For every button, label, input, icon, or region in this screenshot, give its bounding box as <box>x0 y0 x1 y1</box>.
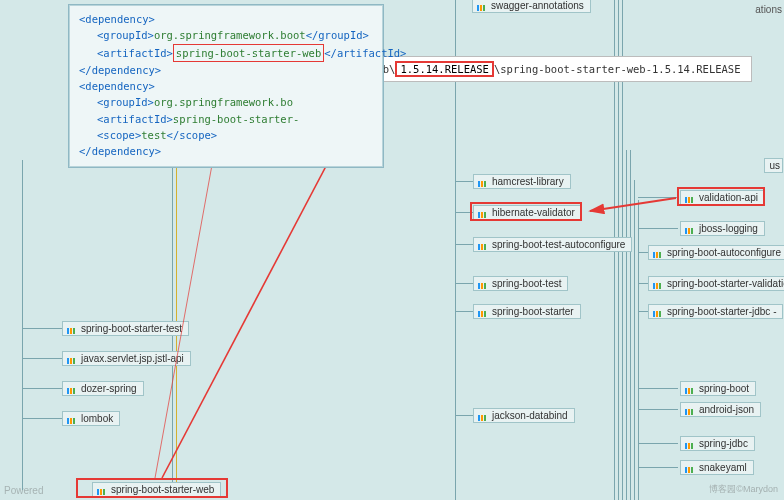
node-hibernate-validator[interactable]: hibernate-validator <box>473 205 582 220</box>
library-icon <box>478 411 488 421</box>
library-icon <box>685 405 695 415</box>
tree-line <box>455 415 473 416</box>
watermark: Powered <box>4 485 43 496</box>
node-lombok[interactable]: lombok <box>62 411 120 426</box>
xml-tag: </artifactId> <box>324 47 406 59</box>
xml-value: org.springframework.bo <box>154 96 293 108</box>
library-icon <box>685 439 695 449</box>
tree-line <box>455 283 473 284</box>
dependency-diagram: swagger-annotations ations <dependency> … <box>0 0 784 500</box>
node-label: spring-boot <box>699 383 749 394</box>
tree-line <box>638 467 678 468</box>
library-icon <box>67 384 77 394</box>
library-icon <box>685 193 695 203</box>
node-sb-starter[interactable]: spring-boot-starter <box>473 304 581 319</box>
library-icon <box>477 1 487 11</box>
node-sb-starter-validatio[interactable]: spring-boot-starter-validatio <box>648 276 784 291</box>
tree-line <box>638 443 678 444</box>
node-label: spring-boot-starter-jdbc - <box>667 306 776 317</box>
xml-tag: <dependency> <box>79 13 155 25</box>
xml-tag: </dependency> <box>79 64 161 76</box>
library-icon <box>685 384 695 394</box>
svg-line-2 <box>590 198 676 211</box>
node-label: javax.servlet.jsp.jstl-api <box>81 353 184 364</box>
node-dozer-spring[interactable]: dozer-spring <box>62 381 144 396</box>
tree-line <box>172 150 173 490</box>
node-validation-api[interactable]: validation-api <box>680 190 765 205</box>
node-label: us <box>769 160 780 171</box>
node-android-json[interactable]: android-json <box>680 402 761 417</box>
node-jackson-databind[interactable]: jackson-databind <box>473 408 575 423</box>
node-label: hibernate-validator <box>492 207 575 218</box>
library-icon <box>653 279 663 289</box>
xml-tag: <artifactId> <box>97 113 173 125</box>
node-partial-us[interactable]: us <box>764 158 783 173</box>
library-icon <box>653 248 663 258</box>
tree-line <box>638 197 678 198</box>
xml-tag: <groupId> <box>97 29 154 41</box>
node-label: jackson-databind <box>492 410 568 421</box>
node-label: spring-boot-starter-web <box>111 484 214 495</box>
node-label: spring-jdbc <box>699 438 748 449</box>
node-label: spring-boot-starter-test <box>81 323 182 334</box>
node-label: swagger-annotations <box>491 0 584 11</box>
library-icon <box>478 279 488 289</box>
library-icon <box>478 177 488 187</box>
node-label: spring-boot-test-autoconfigure <box>492 239 625 250</box>
node-label: spring-boot-starter <box>492 306 574 317</box>
xml-tag: </groupId> <box>306 29 369 41</box>
xml-value: org.springframework.boot <box>154 29 306 41</box>
tree-line <box>455 212 473 213</box>
node-hamcrest-library[interactable]: hamcrest-library <box>473 174 571 189</box>
node-spring-jdbc[interactable]: spring-jdbc <box>680 436 755 451</box>
xml-tag: <groupId> <box>97 96 154 108</box>
xml-tag: </dependency> <box>79 145 161 157</box>
highlighted-artifact: spring-boot-starter-web <box>173 44 324 62</box>
node-spring-boot[interactable]: spring-boot <box>680 381 756 396</box>
truncated-node: ations <box>755 4 782 15</box>
node-jstl-api[interactable]: javax.servlet.jsp.jstl-api <box>62 351 191 366</box>
node-sb-starter-jdbc[interactable]: spring-boot-starter-jdbc - <box>648 304 783 319</box>
xml-tag: <dependency> <box>79 80 155 92</box>
node-label: spring-boot-starter-validatio <box>667 278 784 289</box>
node-sb-starter-web[interactable]: spring-boot-starter-web <box>92 482 221 497</box>
node-label: lombok <box>81 413 113 424</box>
tree-line <box>455 244 473 245</box>
library-icon <box>685 224 695 234</box>
tree-line <box>626 150 627 500</box>
highlighted-version: 1.5.14.RELEASE <box>395 61 494 77</box>
node-sb-test[interactable]: spring-boot-test <box>473 276 568 291</box>
node-jboss-logging[interactable]: jboss-logging <box>680 221 765 236</box>
tree-line <box>638 200 639 500</box>
library-icon <box>97 485 107 495</box>
library-icon <box>67 354 77 364</box>
library-icon <box>478 208 488 218</box>
library-icon <box>685 463 695 473</box>
xml-tag: <scope> <box>97 129 141 141</box>
library-icon <box>653 307 663 317</box>
node-label: dozer-spring <box>81 383 137 394</box>
library-icon <box>478 240 488 250</box>
node-label: android-json <box>699 404 754 415</box>
xml-value: spring-boot-starter- <box>173 113 299 125</box>
node-label: spring-boot-test <box>492 278 561 289</box>
library-icon <box>67 324 77 334</box>
tree-line <box>455 311 473 312</box>
tree-line <box>455 181 473 182</box>
xml-tag: <artifactId> <box>97 47 173 59</box>
node-label: spring-boot-autoconfigure <box>667 247 781 258</box>
node-snakeyaml[interactable]: snakeyaml <box>680 460 754 475</box>
node-sb-starter-test[interactable]: spring-boot-starter-test <box>62 321 189 336</box>
node-sb-autoconfigure[interactable]: spring-boot-autoconfigure <box>648 245 784 260</box>
tree-line <box>630 150 631 500</box>
node-label: jboss-logging <box>699 223 758 234</box>
credit-text: 博客园©Marydon <box>709 483 778 496</box>
node-sb-test-autoconfigure[interactable]: spring-boot-test-autoconfigure <box>473 237 632 252</box>
node-label: hamcrest-library <box>492 176 564 187</box>
tree-line <box>638 228 678 229</box>
xml-value: test <box>141 129 166 141</box>
node-label: validation-api <box>699 192 758 203</box>
tree-line-highlight <box>176 150 177 490</box>
node-swagger-annotations[interactable]: swagger-annotations <box>472 0 591 13</box>
xml-tag: </scope> <box>167 129 218 141</box>
